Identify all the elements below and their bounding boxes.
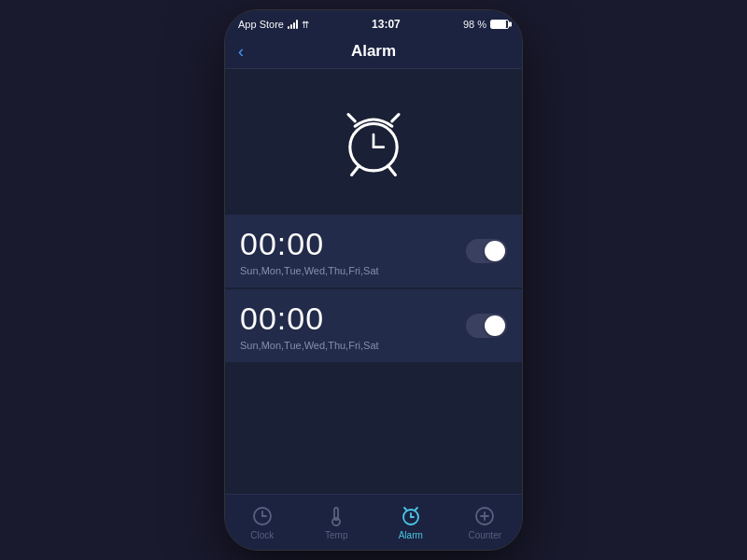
tab-alarm[interactable]: Alarm [374,499,448,546]
tab-temp-label: Temp [325,530,347,540]
status-left: App Store ⇈ [238,19,309,30]
svg-line-15 [404,508,406,510]
alarm-info: 00:00 Sun,Mon,Tue,Wed,Thu,Fri,Sat [240,301,379,351]
status-time: 13:07 [372,18,401,31]
alarm-time: 00:00 [240,301,379,337]
main-content: 00:00 Sun,Mon,Tue,Wed,Thu,Fri,Sat 00:00 … [225,69,522,494]
svg-line-6 [388,166,395,175]
alarm-info: 00:00 Sun,Mon,Tue,Wed,Thu,Fri,Sat [240,226,379,276]
alarm-clock-icon [331,103,416,187]
toggle-knob [485,315,505,336]
status-right: 98 % [463,19,509,30]
battery-icon [490,20,509,29]
toggle-knob [485,241,505,261]
battery-pct-text: 98 % [463,19,486,30]
alarm-icon-area [225,69,522,215]
tab-bar: Clock Temp Alar [225,494,522,550]
counter-tab-icon [473,505,496,527]
status-bar: App Store ⇈ 13:07 98 % [225,10,522,36]
tab-counter[interactable]: Counter [448,499,523,546]
tab-temp[interactable]: Temp [300,499,374,546]
carrier-text: App Store [238,19,284,30]
alarm-days: Sun,Mon,Tue,Wed,Thu,Fri,Sat [240,340,379,351]
tab-alarm-label: Alarm [399,530,423,540]
clock-tab-icon [251,505,274,527]
tab-clock[interactable]: Clock [225,499,300,546]
svg-line-5 [352,166,359,175]
svg-line-16 [416,508,417,510]
page-title: Alarm [351,42,396,61]
alarm-list: 00:00 Sun,Mon,Tue,Wed,Thu,Fri,Sat 00:00 … [225,215,522,362]
alarm-time: 00:00 [240,226,379,262]
alarm-item[interactable]: 00:00 Sun,Mon,Tue,Wed,Thu,Fri,Sat [225,289,522,362]
tab-counter-label: Counter [468,530,501,540]
phone-frame: App Store ⇈ 13:07 98 % ‹ Alarm [224,9,523,551]
svg-line-1 [392,115,399,121]
svg-line-0 [348,115,355,121]
alarm-toggle[interactable] [466,314,507,338]
alarm-toggle[interactable] [466,239,507,263]
alarm-days: Sun,Mon,Tue,Wed,Thu,Fri,Sat [240,265,379,276]
temp-tab-icon [325,505,347,527]
alarm-item[interactable]: 00:00 Sun,Mon,Tue,Wed,Thu,Fri,Sat [225,215,522,287]
tab-clock-label: Clock [250,530,274,540]
wifi-icon: ⇈ [302,20,309,30]
signal-bars-icon [288,20,298,29]
alarm-tab-icon [400,505,422,527]
nav-bar: ‹ Alarm [225,36,522,69]
back-button[interactable]: ‹ [238,42,244,62]
